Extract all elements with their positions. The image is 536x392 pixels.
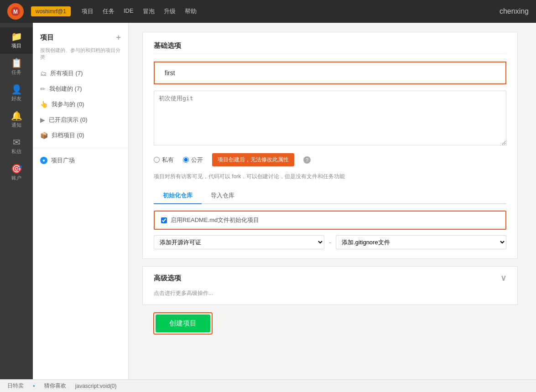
add-project-button[interactable]: + xyxy=(116,33,121,42)
task-icon: 📋 xyxy=(11,58,22,67)
svg-text:M: M xyxy=(13,9,18,15)
my-projects-label: 我创建的 (7) xyxy=(49,85,82,93)
logo-icon: M xyxy=(7,3,24,20)
sidebar-nav-my-projects[interactable]: ✏ 我创建的 (7) xyxy=(33,81,128,97)
second-sidebar: 项目 + 按我创建的、参与的和归档的项目分类 🗂 所有项目 (7) ✏ 我创建的… xyxy=(33,23,129,379)
marketplace-label: 项目广场 xyxy=(51,156,75,165)
sidebar-nav-all-projects[interactable]: 🗂 所有项目 (7) xyxy=(33,66,128,81)
radio-private-input[interactable] xyxy=(154,157,160,163)
sidebar-marketplace[interactable]: ● 项目广场 xyxy=(33,153,128,168)
main-layout: 📁 项目 📋 任务 👤 好友 🔔 通知 ✉ 私信 🎯 账户 项目 + 按我创 xyxy=(0,23,536,379)
basic-options-section: 基础选项 私有 公开 项目创建后， xyxy=(142,32,518,259)
nav-link-project[interactable]: 项目 xyxy=(82,7,94,15)
submit-box: 创建项目 xyxy=(153,312,213,335)
sidebar-desc: 按我创建的、参与的和归档的项目分类 xyxy=(33,47,128,66)
sidebar-item-account[interactable]: 🎯 账户 xyxy=(0,160,33,186)
tooltip-box: 项目创建后，无法修改此属性 xyxy=(212,153,294,166)
sidebar-title: 项目 xyxy=(40,33,54,42)
sidebar-label-project: 项目 xyxy=(11,42,21,49)
marketplace-icon: ● xyxy=(40,157,47,164)
sidebar-item-notify[interactable]: 🔔 通知 xyxy=(0,107,33,133)
sidebar-label-message: 私信 xyxy=(11,148,21,155)
guess-you-like-link[interactable]: 猜你喜欢 xyxy=(44,382,66,390)
nav-link-task[interactable]: 任务 xyxy=(103,7,114,15)
gitignore-select[interactable]: 添加.gitignore文件 xyxy=(336,235,506,249)
my-projects-icon: ✏ xyxy=(40,85,46,93)
dot-icon: ● xyxy=(33,384,35,388)
nav-link-help[interactable]: 帮助 xyxy=(185,7,197,15)
user-button[interactable]: woshimrf@1 xyxy=(31,6,71,16)
project-name-highlight-box xyxy=(154,62,506,84)
sidebar-nav-demo[interactable]: ▶ 已开启演示 (0) xyxy=(33,112,128,128)
select-dash: - xyxy=(329,238,331,247)
sidebar-nav-archived[interactable]: 📦 归档项目 (0) xyxy=(33,128,128,143)
sidebar-label-friends: 好友 xyxy=(11,95,21,102)
public-hint: 项目对所有访客可见，代码可以 fork，可以创建讨论，但是没有文件和任务功能 xyxy=(154,173,506,181)
license-select[interactable]: 添加开源许可证 xyxy=(154,235,324,249)
top-nav: M woshimrf@1 项目 任务 IDE 冒泡 升级 帮助 chenxing xyxy=(0,0,536,23)
all-projects-icon: 🗂 xyxy=(40,70,47,77)
advanced-title: 高级选项 xyxy=(154,274,181,283)
demo-label: 已开启演示 (0) xyxy=(49,116,88,124)
sidebar-item-task[interactable]: 📋 任务 xyxy=(0,54,33,80)
radio-public-label: 公开 xyxy=(191,156,203,164)
radio-private-label: 私有 xyxy=(162,156,174,164)
joined-label: 我参与的 (0) xyxy=(52,100,84,108)
help-icon[interactable]: ? xyxy=(303,156,311,164)
advanced-hint: 点击进行更多高级操作... xyxy=(154,289,506,297)
select-row: 添加开源许可证 - 添加.gitignore文件 xyxy=(154,235,506,249)
advanced-header[interactable]: 高级选项 ∨ xyxy=(143,267,517,289)
radio-private[interactable]: 私有 xyxy=(154,156,174,164)
repo-section: 初始化仓库 导入仓库 启用README.md文件初始化项目 添加开源许可证 - … xyxy=(154,188,506,249)
project-name-input[interactable] xyxy=(160,66,500,80)
project-desc-textarea[interactable] xyxy=(154,91,506,145)
sidebar-item-friends[interactable]: 👤 好友 xyxy=(0,80,33,107)
project-desc-group xyxy=(154,91,506,147)
tab-import-repo[interactable]: 导入仓库 xyxy=(202,188,244,204)
submit-area: 创建项目 xyxy=(142,312,518,344)
sidebar-item-project[interactable]: 📁 项目 xyxy=(0,27,33,54)
bottom-bar: 日特卖 ● 猜你喜欢 javascript:void(0) xyxy=(0,379,536,392)
demo-icon: ▶ xyxy=(40,116,45,124)
friends-icon: 👤 xyxy=(11,85,22,94)
tab-init-repo[interactable]: 初始化仓库 xyxy=(154,188,202,204)
message-icon: ✉ xyxy=(13,138,21,147)
radio-public-input[interactable] xyxy=(183,157,189,163)
archived-label: 归档项目 (0) xyxy=(52,131,84,139)
bottom-label1: 日特卖 xyxy=(7,382,24,390)
sidebar-nav-joined[interactable]: 👆 我参与的 (0) xyxy=(33,97,128,112)
nav-link-ide[interactable]: IDE xyxy=(124,7,134,15)
advanced-section: 高级选项 ∨ 点击进行更多高级操作... xyxy=(142,266,518,305)
sidebar-label-notify: 通知 xyxy=(11,122,21,129)
main-content: 基础选项 私有 公开 项目创建后， xyxy=(129,23,536,379)
readme-checkbox[interactable] xyxy=(161,217,167,223)
sidebar-divider xyxy=(33,148,128,148)
chevron-down-icon: ∨ xyxy=(500,273,506,283)
site-name: chenxing xyxy=(500,7,529,15)
sidebar-label-task: 任务 xyxy=(11,69,21,76)
sidebar-title-row: 项目 + xyxy=(33,30,128,47)
nav-link-upgrade[interactable]: 升级 xyxy=(164,7,176,15)
project-icon: 📁 xyxy=(11,32,22,41)
all-projects-label: 所有项目 (7) xyxy=(50,69,83,77)
top-nav-links: 项目 任务 IDE 冒泡 升级 帮助 xyxy=(82,7,197,15)
account-icon: 🎯 xyxy=(11,164,22,173)
repo-tab-bar: 初始化仓库 导入仓库 xyxy=(154,188,506,204)
visibility-radio-group: 私有 公开 项目创建后，无法修改此属性 ? xyxy=(154,153,506,166)
left-sidebar: 📁 项目 📋 任务 👤 好友 🔔 通知 ✉ 私信 🎯 账户 xyxy=(0,23,33,379)
radio-public[interactable]: 公开 xyxy=(183,156,203,164)
sidebar-label-account: 账户 xyxy=(11,175,21,181)
advanced-body: 点击进行更多高级操作... xyxy=(143,289,517,304)
readme-label: 启用README.md文件初始化项目 xyxy=(171,216,259,224)
basic-options-title: 基础选项 xyxy=(154,41,506,54)
status-text: javascript:void(0) xyxy=(75,383,117,389)
archived-icon: 📦 xyxy=(40,132,48,139)
readme-checkbox-row: 启用README.md文件初始化项目 xyxy=(154,211,506,230)
nav-link-bubble[interactable]: 冒泡 xyxy=(143,7,155,15)
notify-icon: 🔔 xyxy=(11,111,22,120)
joined-icon: 👆 xyxy=(40,101,48,108)
sidebar-item-message[interactable]: ✉ 私信 xyxy=(0,133,33,160)
create-project-button[interactable]: 创建项目 xyxy=(156,315,210,332)
project-name-group xyxy=(154,62,506,84)
